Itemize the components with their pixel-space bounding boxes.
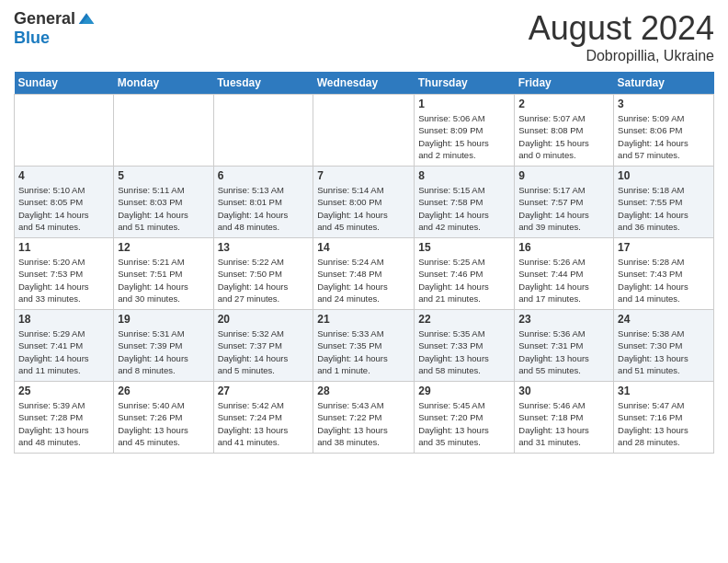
col-sunday: Sunday: [15, 72, 114, 95]
table-row: 1Sunrise: 5:06 AM Sunset: 8:09 PM Daylig…: [415, 95, 515, 167]
week-row-4: 18Sunrise: 5:29 AM Sunset: 7:41 PM Dayli…: [15, 310, 714, 382]
day-number: 5: [118, 169, 209, 182]
logo-blue: Blue: [14, 29, 50, 47]
table-row: 16Sunrise: 5:26 AM Sunset: 7:44 PM Dayli…: [515, 238, 614, 310]
table-row: [15, 95, 114, 167]
day-info: Sunrise: 5:13 AM Sunset: 8:01 PM Dayligh…: [218, 184, 310, 233]
day-info: Sunrise: 5:14 AM Sunset: 8:00 PM Dayligh…: [317, 184, 410, 233]
calendar-table: Sunday Monday Tuesday Wednesday Thursday…: [14, 72, 714, 454]
table-row: 13Sunrise: 5:22 AM Sunset: 7:50 PM Dayli…: [213, 238, 313, 310]
logo-general: General: [14, 9, 75, 29]
table-row: 22Sunrise: 5:35 AM Sunset: 7:33 PM Dayli…: [415, 310, 515, 382]
week-row-5: 25Sunrise: 5:39 AM Sunset: 7:28 PM Dayli…: [15, 382, 714, 454]
table-row: [213, 95, 313, 167]
table-row: [313, 95, 415, 167]
table-row: 21Sunrise: 5:33 AM Sunset: 7:35 PM Dayli…: [313, 310, 415, 382]
header-row: Sunday Monday Tuesday Wednesday Thursday…: [15, 72, 714, 95]
day-info: Sunrise: 5:11 AM Sunset: 8:03 PM Dayligh…: [118, 184, 209, 233]
week-row-2: 4Sunrise: 5:10 AM Sunset: 8:05 PM Daylig…: [15, 167, 714, 238]
day-number: 10: [618, 169, 710, 182]
day-info: Sunrise: 5:07 AM Sunset: 8:08 PM Dayligh…: [518, 112, 609, 161]
day-number: 9: [518, 169, 609, 182]
day-info: Sunrise: 5:21 AM Sunset: 7:51 PM Dayligh…: [118, 256, 209, 304]
table-row: 15Sunrise: 5:25 AM Sunset: 7:46 PM Dayli…: [415, 238, 515, 310]
day-info: Sunrise: 5:36 AM Sunset: 7:31 PM Dayligh…: [518, 327, 609, 376]
day-info: Sunrise: 5:09 AM Sunset: 8:06 PM Dayligh…: [618, 112, 710, 161]
day-number: 25: [18, 385, 109, 397]
col-thursday: Thursday: [415, 72, 515, 95]
day-info: Sunrise: 5:40 AM Sunset: 7:26 PM Dayligh…: [118, 399, 209, 448]
day-info: Sunrise: 5:39 AM Sunset: 7:28 PM Dayligh…: [18, 399, 109, 448]
day-number: 23: [518, 313, 609, 326]
col-tuesday: Tuesday: [213, 72, 313, 95]
day-info: Sunrise: 5:33 AM Sunset: 7:35 PM Dayligh…: [317, 327, 410, 376]
day-info: Sunrise: 5:47 AM Sunset: 7:16 PM Dayligh…: [618, 399, 710, 448]
col-saturday: Saturday: [614, 72, 714, 95]
table-row: 3Sunrise: 5:09 AM Sunset: 8:06 PM Daylig…: [614, 95, 714, 167]
day-number: 26: [118, 385, 209, 397]
day-number: 21: [317, 313, 410, 326]
day-info: Sunrise: 5:24 AM Sunset: 7:48 PM Dayligh…: [317, 256, 410, 304]
table-row: [114, 95, 213, 167]
day-number: 16: [518, 241, 609, 254]
day-number: 15: [418, 241, 510, 254]
day-number: 20: [218, 313, 310, 326]
day-info: Sunrise: 5:45 AM Sunset: 7:20 PM Dayligh…: [418, 399, 510, 448]
day-number: 19: [118, 313, 209, 326]
table-row: 19Sunrise: 5:31 AM Sunset: 7:39 PM Dayli…: [114, 310, 213, 382]
day-info: Sunrise: 5:26 AM Sunset: 7:44 PM Dayligh…: [518, 256, 609, 304]
week-row-3: 11Sunrise: 5:20 AM Sunset: 7:53 PM Dayli…: [15, 238, 714, 310]
month-title: August 2024: [529, 9, 714, 48]
table-row: 2Sunrise: 5:07 AM Sunset: 8:08 PM Daylig…: [515, 95, 614, 167]
day-number: 22: [418, 313, 510, 326]
table-row: 30Sunrise: 5:46 AM Sunset: 7:18 PM Dayli…: [515, 382, 614, 454]
day-number: 30: [518, 385, 609, 397]
header: General Blue August 2024 Dobropillia, Uk…: [14, 9, 714, 64]
table-row: 29Sunrise: 5:45 AM Sunset: 7:20 PM Dayli…: [415, 382, 515, 454]
day-info: Sunrise: 5:32 AM Sunset: 7:37 PM Dayligh…: [218, 327, 310, 376]
col-monday: Monday: [114, 72, 213, 95]
day-info: Sunrise: 5:25 AM Sunset: 7:46 PM Dayligh…: [418, 256, 510, 304]
day-info: Sunrise: 5:42 AM Sunset: 7:24 PM Dayligh…: [218, 399, 310, 448]
day-number: 24: [618, 313, 710, 326]
table-row: 6Sunrise: 5:13 AM Sunset: 8:01 PM Daylig…: [213, 167, 313, 238]
table-row: 17Sunrise: 5:28 AM Sunset: 7:43 PM Dayli…: [614, 238, 714, 310]
day-info: Sunrise: 5:38 AM Sunset: 7:30 PM Dayligh…: [618, 327, 710, 376]
day-number: 13: [218, 241, 310, 254]
table-row: 4Sunrise: 5:10 AM Sunset: 8:05 PM Daylig…: [15, 167, 114, 238]
day-info: Sunrise: 5:43 AM Sunset: 7:22 PM Dayligh…: [317, 399, 410, 448]
day-number: 17: [618, 241, 710, 254]
table-row: 8Sunrise: 5:15 AM Sunset: 7:58 PM Daylig…: [415, 167, 515, 238]
day-info: Sunrise: 5:20 AM Sunset: 7:53 PM Dayligh…: [18, 256, 109, 304]
day-info: Sunrise: 5:29 AM Sunset: 7:41 PM Dayligh…: [18, 327, 109, 376]
table-row: 10Sunrise: 5:18 AM Sunset: 7:55 PM Dayli…: [614, 167, 714, 238]
day-info: Sunrise: 5:46 AM Sunset: 7:18 PM Dayligh…: [518, 399, 609, 448]
day-number: 4: [18, 169, 109, 182]
logo-icon: [77, 10, 96, 29]
table-row: 24Sunrise: 5:38 AM Sunset: 7:30 PM Dayli…: [614, 310, 714, 382]
table-row: 12Sunrise: 5:21 AM Sunset: 7:51 PM Dayli…: [114, 238, 213, 310]
table-row: 31Sunrise: 5:47 AM Sunset: 7:16 PM Dayli…: [614, 382, 714, 454]
table-row: 9Sunrise: 5:17 AM Sunset: 7:57 PM Daylig…: [515, 167, 614, 238]
day-info: Sunrise: 5:22 AM Sunset: 7:50 PM Dayligh…: [218, 256, 310, 304]
day-info: Sunrise: 5:28 AM Sunset: 7:43 PM Dayligh…: [618, 256, 710, 304]
day-info: Sunrise: 5:17 AM Sunset: 7:57 PM Dayligh…: [518, 184, 609, 233]
day-number: 7: [317, 169, 410, 182]
day-number: 14: [317, 241, 410, 254]
table-row: 23Sunrise: 5:36 AM Sunset: 7:31 PM Dayli…: [515, 310, 614, 382]
logo: General Blue: [14, 9, 96, 48]
table-row: 18Sunrise: 5:29 AM Sunset: 7:41 PM Dayli…: [15, 310, 114, 382]
day-number: 8: [418, 169, 510, 182]
day-number: 3: [618, 98, 710, 110]
table-row: 28Sunrise: 5:43 AM Sunset: 7:22 PM Dayli…: [313, 382, 415, 454]
table-row: 27Sunrise: 5:42 AM Sunset: 7:24 PM Dayli…: [213, 382, 313, 454]
day-info: Sunrise: 5:18 AM Sunset: 7:55 PM Dayligh…: [618, 184, 710, 233]
col-wednesday: Wednesday: [313, 72, 415, 95]
table-row: 5Sunrise: 5:11 AM Sunset: 8:03 PM Daylig…: [114, 167, 213, 238]
day-number: 28: [317, 385, 410, 397]
day-number: 6: [218, 169, 310, 182]
table-row: 7Sunrise: 5:14 AM Sunset: 8:00 PM Daylig…: [313, 167, 415, 238]
day-number: 29: [418, 385, 510, 397]
day-info: Sunrise: 5:35 AM Sunset: 7:33 PM Dayligh…: [418, 327, 510, 376]
day-number: 31: [618, 385, 710, 397]
